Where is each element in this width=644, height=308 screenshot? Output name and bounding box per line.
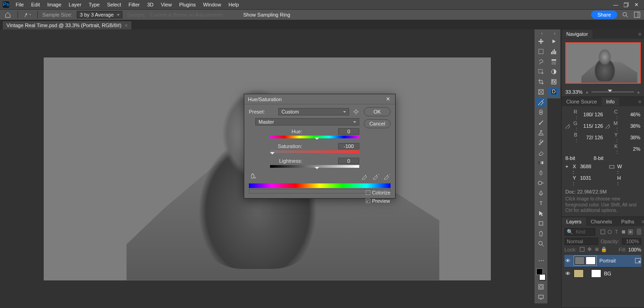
channel-dropdown[interactable]: Master [255, 118, 359, 125]
brush-tool-icon[interactable] [535, 118, 546, 127]
shape-tool-icon[interactable] [535, 219, 546, 228]
styles-panel-icon[interactable]: fx [548, 77, 559, 86]
close-icon[interactable]: ✕ [384, 96, 391, 103]
fill-value[interactable]: 100% [628, 247, 641, 252]
pen-tool-icon[interactable] [535, 188, 546, 198]
menu-file[interactable]: File [12, 0, 28, 9]
gradient-tool-icon[interactable] [535, 158, 546, 167]
document-tab[interactable]: Vintage Real Time.psd @ 33.3% (Portrait,… [3, 21, 132, 29]
quickmask-icon[interactable] [535, 282, 546, 291]
lock-all-icon[interactable]: 🔒 [601, 247, 607, 252]
layer-bg[interactable]: 👁 BG [564, 267, 641, 280]
screenmode-icon[interactable] [535, 292, 546, 302]
window-close-icon[interactable]: ✕ [634, 2, 638, 8]
filter-type-icon[interactable]: T [614, 229, 619, 234]
clone-stamp-tool-icon[interactable] [535, 128, 546, 137]
hue-value[interactable]: 0 [338, 128, 359, 135]
visibility-icon[interactable]: 👁 [564, 271, 571, 276]
libraries-panel-icon[interactable]: D [548, 87, 559, 97]
saturation-slider[interactable] [270, 150, 359, 153]
adjustments-panel-icon[interactable] [548, 67, 559, 76]
zoom-in-icon[interactable]: ▲ [637, 90, 640, 94]
search-icon[interactable] [621, 11, 629, 19]
filter-shape-icon[interactable] [621, 229, 626, 234]
menu-image[interactable]: Image [44, 0, 65, 9]
saturation-value[interactable]: -100 [338, 143, 359, 149]
tab-paths[interactable]: Paths [617, 217, 639, 226]
filter-smart-icon[interactable] [627, 229, 633, 234]
actions-panel-icon[interactable] [548, 37, 559, 46]
navigator-zoom-slider[interactable] [592, 91, 634, 92]
preset-dropdown[interactable]: Custom [278, 108, 349, 115]
filter-pixel-icon[interactable] [600, 229, 605, 234]
navigator-preview[interactable] [562, 39, 644, 87]
lightness-value[interactable]: 0 [338, 158, 359, 164]
eyedropper-subtract-icon[interactable]: − [383, 173, 391, 180]
eyedropper-icon[interactable] [361, 173, 368, 180]
zoom-tool-icon[interactable] [535, 239, 546, 248]
color-swatch[interactable] [535, 268, 546, 281]
menu-help[interactable]: Help [225, 0, 243, 9]
tool-preset-icon[interactable] [23, 11, 33, 19]
eraser-tool-icon[interactable] [535, 148, 546, 157]
object-select-tool-icon[interactable] [535, 67, 546, 76]
lasso-tool-icon[interactable] [535, 57, 546, 66]
lock-pixels-icon[interactable] [579, 247, 585, 252]
show-sampling-ring-check[interactable]: Show Sampling Ring [237, 12, 290, 17]
tab-info[interactable]: Info [602, 97, 619, 106]
blur-tool-icon[interactable] [535, 168, 546, 177]
close-icon[interactable]: ✕ [124, 23, 128, 28]
histogram-panel-icon[interactable] [548, 47, 559, 56]
crop-tool-icon[interactable] [535, 77, 546, 86]
edit-toolbar-icon[interactable]: ⋯ [535, 256, 546, 265]
lightness-slider[interactable] [270, 165, 359, 168]
eyedropper-tool-icon[interactable] [535, 97, 546, 107]
tab-navigator[interactable]: Navigator [562, 30, 592, 38]
tab-channels[interactable]: Channels [586, 217, 616, 226]
preview-checkbox[interactable]: ✓Preview [366, 198, 391, 204]
collapse-icon[interactable] [535, 31, 547, 36]
opacity-value[interactable]: 100% [622, 238, 641, 245]
filter-toggle-icon[interactable] [637, 228, 641, 235]
healing-brush-tool-icon[interactable] [535, 108, 546, 117]
hue-slider[interactable] [270, 136, 359, 138]
zoom-out-icon[interactable]: ▲ [585, 90, 589, 94]
menu-edit[interactable]: Edit [28, 0, 44, 9]
tab-layers[interactable]: Layers [562, 217, 586, 226]
layer-portrait[interactable]: 👁 Portrait [564, 254, 641, 267]
marquee-tool-icon[interactable] [535, 47, 546, 56]
path-select-tool-icon[interactable] [535, 209, 546, 218]
targeted-adjust-icon[interactable] [249, 172, 258, 181]
menu-type[interactable]: Type [85, 0, 104, 9]
menu-plugins[interactable]: Plugins [175, 0, 199, 9]
panel-menu-icon[interactable]: ≡ [636, 31, 644, 37]
blend-mode-dropdown[interactable]: Normal [564, 238, 598, 245]
colorize-checkbox[interactable]: Colorize [366, 190, 391, 195]
menu-3d[interactable]: 3D [144, 0, 157, 9]
lock-position-icon[interactable]: ✥ [586, 247, 592, 252]
ok-button[interactable]: OK [364, 107, 391, 116]
layer-filter-input[interactable]: 🔍 [564, 228, 595, 236]
preset-menu-icon[interactable] [353, 108, 359, 115]
tab-clone-source[interactable]: Clone Source [562, 97, 602, 106]
hand-tool-icon[interactable] [535, 229, 546, 238]
menu-window[interactable]: Window [200, 0, 225, 9]
type-tool-icon[interactable]: T [535, 199, 546, 208]
workspace-switcher-icon[interactable] [633, 11, 641, 19]
panel-menu-icon[interactable]: ≡ [636, 99, 644, 104]
panel-menu-icon[interactable]: ≡ [639, 219, 644, 224]
lock-artboard-icon[interactable]: ⊕ [594, 247, 599, 252]
home-icon[interactable] [3, 11, 13, 19]
visibility-icon[interactable]: 👁 [564, 258, 571, 263]
menu-layer[interactable]: Layer [65, 0, 85, 9]
window-restore-icon[interactable] [624, 2, 629, 7]
cancel-button[interactable]: Cancel [364, 119, 391, 128]
properties-panel-icon[interactable] [548, 57, 559, 66]
menu-select[interactable]: Select [104, 0, 125, 9]
sample-size-dropdown[interactable]: 3 by 3 Average [77, 11, 122, 18]
dodge-tool-icon[interactable] [535, 178, 546, 188]
filter-adjust-icon[interactable] [607, 229, 612, 234]
collapse-icon[interactable] [547, 31, 560, 36]
frame-tool-icon[interactable] [535, 87, 546, 97]
move-tool-icon[interactable] [535, 37, 546, 46]
